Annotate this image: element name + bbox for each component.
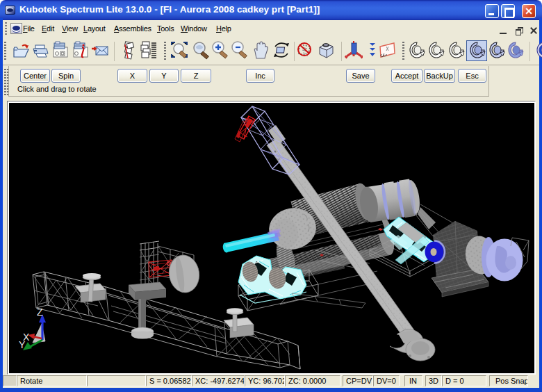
svg-text:Y: Y: [19, 339, 26, 350]
svg-text:Z: Z: [37, 307, 43, 318]
